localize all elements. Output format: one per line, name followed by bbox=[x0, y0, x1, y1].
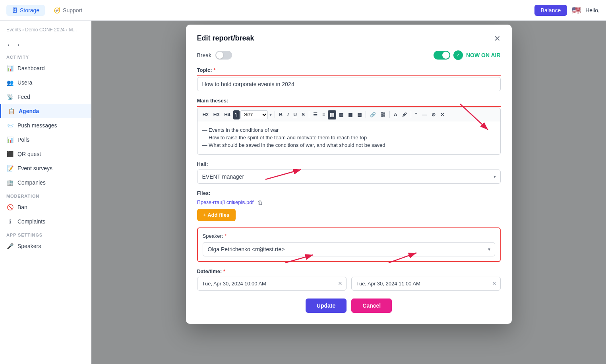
rte-ul-btn[interactable]: ☰ bbox=[311, 110, 319, 119]
sidebar-item-label: Polls bbox=[17, 137, 29, 143]
speaker-select[interactable]: Olga Petrichenko <rr@test.rte> bbox=[203, 242, 495, 256]
support-label: Support bbox=[63, 7, 82, 13]
rte-underline-btn[interactable]: U bbox=[291, 110, 299, 119]
hello-text: Hello, bbox=[585, 7, 600, 13]
rte-divider-2 bbox=[309, 111, 309, 118]
break-toggle[interactable] bbox=[215, 51, 232, 60]
update-button[interactable]: Update bbox=[306, 299, 347, 313]
sidebar-item-label: Event surveys bbox=[17, 165, 52, 171]
sidebar-item-companies[interactable]: 🏢 Companies bbox=[0, 175, 91, 190]
modal-title: Edit report/break bbox=[197, 34, 254, 42]
rte-link-btn[interactable]: 🔗 bbox=[368, 110, 378, 119]
rte-clear-btn[interactable]: ⊘ bbox=[430, 110, 438, 119]
close-button[interactable]: ✕ bbox=[494, 35, 501, 42]
sidebar-item-qr-quest[interactable]: ⬛ QR quest bbox=[0, 147, 91, 161]
sidebar-item-polls[interactable]: 📊 Polls bbox=[0, 133, 91, 147]
rte-h2-btn[interactable]: H2 bbox=[201, 110, 211, 119]
sidebar-item-event-surveys[interactable]: 📝 Event surveys bbox=[0, 161, 91, 175]
modal-top-row: Break ✓ NOW ON AIR bbox=[197, 50, 501, 60]
rte-size-select[interactable]: Size Small Normal Large bbox=[240, 110, 268, 119]
rte-p-btn[interactable]: ¶ bbox=[233, 110, 240, 119]
topic-input[interactable] bbox=[197, 77, 501, 91]
add-files-button[interactable]: + Add files bbox=[197, 209, 236, 221]
rte-align-justify-btn[interactable]: ▧ bbox=[355, 110, 364, 119]
rte-italic-btn[interactable]: I bbox=[285, 110, 290, 119]
modal-overlay: Edit report/break ✕ Break bbox=[91, 21, 606, 364]
edit-report-modal: Edit report/break ✕ Break bbox=[186, 25, 512, 324]
rte-unlink-btn[interactable]: ⛓ bbox=[379, 110, 387, 119]
theses-label-underline: Main theses: bbox=[197, 98, 501, 107]
sidebar-item-label: QR quest bbox=[17, 151, 41, 157]
rte-h3-btn[interactable]: H3 bbox=[211, 110, 221, 119]
rte-ol-btn[interactable]: ≡ bbox=[320, 110, 327, 119]
rte-divider-3 bbox=[366, 111, 366, 118]
rte-strike-btn[interactable]: S bbox=[300, 110, 307, 119]
sidebar-item-label: Dashboard bbox=[17, 65, 45, 71]
files-section: Files: Презентації спікерів.pdf 🗑 + Add … bbox=[197, 190, 501, 221]
on-air-text: NOW ON AIR bbox=[466, 52, 501, 58]
on-air-toggle[interactable] bbox=[434, 51, 450, 60]
file-delete-button[interactable]: 🗑 bbox=[257, 198, 264, 206]
main-theses-group: Main theses: H2 H3 H4 ¶ Size Small Norma… bbox=[197, 98, 501, 155]
rss-icon: 📡 bbox=[6, 93, 14, 100]
rte-remove-format-btn[interactable]: ✕ bbox=[438, 110, 446, 119]
sidebar: Events › Demo CONF 2024 › M... ←→ ACTIVI… bbox=[0, 21, 91, 364]
datetime-end-input[interactable] bbox=[351, 277, 501, 291]
datetime-start-input[interactable] bbox=[197, 277, 347, 291]
sidebar-item-label: Usera bbox=[17, 79, 32, 86]
storage-button[interactable]: 🗄 Storage bbox=[6, 5, 45, 16]
file-link[interactable]: Презентації спікерів.pdf bbox=[197, 199, 254, 205]
sidebar-item-complaints[interactable]: ℹ Complaints bbox=[0, 214, 91, 229]
sidebar-item-ban[interactable]: 🚫 Ban bbox=[0, 200, 91, 214]
sidebar-item-label: Speakers bbox=[17, 243, 41, 249]
sidebar-item-feed[interactable]: 📡 Feed bbox=[0, 90, 91, 104]
theses-label: Main theses: bbox=[197, 98, 501, 104]
cancel-button[interactable]: Cancel bbox=[351, 299, 392, 313]
support-button[interactable]: 🧭 Support bbox=[48, 5, 88, 16]
language-flag[interactable]: 🇺🇸 bbox=[572, 6, 581, 15]
moderation-section-label: MODERATION bbox=[0, 190, 91, 200]
back-arrow[interactable]: ←→ bbox=[0, 39, 91, 51]
modal-header: Edit report/break ✕ bbox=[197, 34, 501, 42]
calendar-icon: 📋 bbox=[8, 108, 15, 115]
rte-highlight-btn[interactable]: 🖊 bbox=[400, 110, 409, 119]
sidebar-item-push-messages[interactable]: 📨 Push messages bbox=[0, 118, 91, 133]
storage-label: Storage bbox=[20, 7, 39, 13]
sidebar-item-agenda[interactable]: 📋 Agenda bbox=[0, 104, 91, 118]
hall-select[interactable]: EVENT manager bbox=[197, 169, 501, 184]
rte-body[interactable]: — Events in the conditions of war — How … bbox=[197, 122, 501, 155]
rte-toolbar: H2 H3 H4 ¶ Size Small Normal Large ▾ bbox=[197, 108, 501, 122]
sidebar-item-dashboard[interactable]: 📊 Dashboard bbox=[0, 61, 91, 75]
sidebar-item-label: Agenda bbox=[19, 108, 39, 114]
rte-divider-1 bbox=[275, 111, 275, 118]
rte-font-color-btn[interactable]: A bbox=[392, 110, 399, 119]
on-air-badge: ✓ NOW ON AIR bbox=[434, 50, 501, 60]
mic-icon: 🎤 bbox=[6, 243, 14, 250]
building-icon: 🏢 bbox=[6, 179, 14, 186]
chart-icon: 📊 bbox=[6, 65, 14, 72]
sidebar-item-usera[interactable]: 👥 Usera bbox=[0, 75, 91, 90]
sidebar-item-speakers[interactable]: 🎤 Speakers bbox=[0, 239, 91, 253]
sidebar-item-label: Feed bbox=[17, 94, 30, 100]
datetime-end-clear[interactable]: ✕ bbox=[492, 280, 497, 287]
datetime-start-clear[interactable]: ✕ bbox=[338, 280, 343, 287]
rte-align-center-btn[interactable]: ▥ bbox=[337, 110, 345, 119]
mail-icon: 📨 bbox=[6, 122, 14, 129]
thesis-1: — Events in the conditions of war bbox=[202, 127, 496, 133]
page-area: Edit report/break ✕ Break bbox=[91, 21, 606, 364]
rte-bold-btn[interactable]: B bbox=[277, 110, 285, 119]
toggle-knob bbox=[216, 52, 223, 59]
rte-hr-btn[interactable]: — bbox=[420, 110, 429, 119]
rte-align-left-btn[interactable]: ▤ bbox=[328, 110, 336, 119]
rte-align-right-btn[interactable]: ▦ bbox=[346, 110, 354, 119]
storage-icon: 🗄 bbox=[12, 7, 17, 13]
datetime-start-field: ✕ bbox=[197, 277, 347, 291]
rte-h4-btn[interactable]: H4 bbox=[222, 110, 232, 119]
rte-blockquote-btn[interactable]: " bbox=[413, 110, 420, 119]
rte-size-chevron: ▾ bbox=[269, 112, 273, 117]
alert-circle-icon: ℹ bbox=[6, 218, 14, 225]
breadcrumb: Events › Demo CONF 2024 › M... bbox=[0, 24, 91, 36]
balance-button[interactable]: Balance bbox=[534, 5, 567, 16]
qr-icon: ⬛ bbox=[6, 150, 14, 158]
break-label: Break bbox=[197, 52, 212, 58]
